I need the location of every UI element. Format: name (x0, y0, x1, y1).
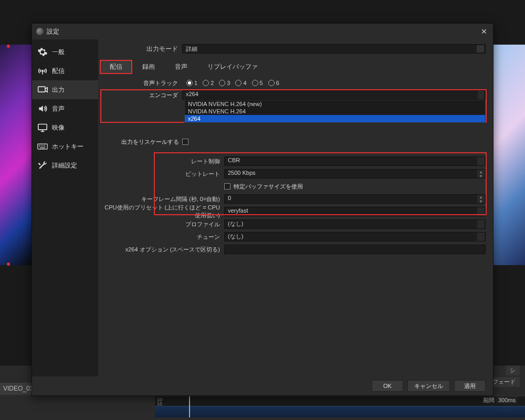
tune-label: チューン (100, 233, 224, 241)
sidebar-item-label: 出力 (52, 86, 65, 94)
cpu-preset-label: CPU使用のプリセット (上に行くほど = CPU使用低い) (100, 204, 224, 219)
sidebar-item-general[interactable]: 一般 (32, 43, 98, 61)
keyframe-label: キーフレーム間隔 (秒, 0=自動) (100, 195, 224, 203)
encoder-dropdown[interactable]: x264 (182, 90, 486, 100)
sidebar-item-label: 音声 (52, 104, 65, 113)
close-button[interactable]: ✕ (479, 27, 489, 36)
track-5-radio[interactable] (252, 80, 258, 86)
monitor-icon (37, 122, 48, 133)
profile-dropdown[interactable]: (なし) (224, 219, 486, 229)
gear-icon (37, 47, 48, 57)
encoder-settings-panel: レート制御 CBR ビットレート 2500 Kbps▲▼ 特定バッファサイズを使… (100, 153, 486, 258)
audio-tracks-label: 音声トラック (98, 79, 182, 87)
rescale-checkbox[interactable] (182, 139, 188, 145)
x264-options-label: x264 オプション (スペースで区切る) (100, 246, 224, 254)
encoder-option[interactable]: NVIDIA NVENC H.264 (new) (185, 100, 485, 108)
output-tabs: 配信 録画 音声 リプレイバッファ (98, 55, 493, 74)
sidebar-item-label: 配信 (52, 67, 65, 76)
output-icon (37, 85, 48, 95)
selection-handle[interactable] (7, 45, 10, 48)
ok-button[interactable]: OK (372, 380, 403, 392)
sidebar-item-audio[interactable]: 音声 (32, 99, 98, 118)
dialog-footer: OK キャンセル 適用 (32, 376, 493, 395)
sidebar-item-video[interactable]: 映像 (32, 118, 98, 137)
profile-label: プロファイル (100, 220, 224, 228)
dropdown-spin-icon (477, 220, 485, 228)
duration-display: 期間 300ms (483, 396, 518, 404)
sidebar-item-output[interactable]: 出力 (32, 80, 98, 99)
tab-audio[interactable]: 音声 (165, 60, 197, 74)
tools-icon (37, 160, 48, 171)
selection-handle[interactable] (7, 262, 10, 266)
timeline-ruler: 1015 (155, 396, 525, 406)
cancel-button[interactable]: キャンセル (407, 380, 450, 392)
encoder-option[interactable]: x264 (185, 115, 485, 122)
dialog-title: 設定 (47, 27, 479, 36)
rescale-label: 出力をリスケールする (98, 138, 182, 146)
preview-left (0, 45, 32, 265)
speaker-icon (37, 103, 48, 114)
custom-buffer-label: 特定バッファサイズを使用 (234, 183, 303, 191)
tab-streaming[interactable]: 配信 (100, 60, 132, 74)
rate-control-dropdown[interactable]: CBR (224, 156, 486, 166)
bitrate-field[interactable]: 2500 Kbps▲▼ (224, 169, 486, 178)
sidebar-item-label: 一般 (52, 48, 65, 57)
svg-rect-1 (38, 87, 45, 92)
content-pane: 出力モード 詳細 配信 録画 音声 リプレイバッファ 音声トラック 1 2 3 … (98, 39, 493, 376)
dropdown-spin-icon (477, 233, 485, 241)
spinner-icon[interactable]: ▲▼ (477, 170, 485, 178)
track-2-radio[interactable] (203, 80, 209, 86)
track-3-radio[interactable] (219, 80, 225, 86)
sidebar-item-advanced[interactable]: 詳細設定 (32, 156, 98, 175)
keyframe-field[interactable]: 0▲▼ (224, 194, 486, 204)
audio-tracks-row: 音声トラック 1 2 3 4 5 6 (98, 77, 493, 89)
playhead[interactable] (189, 396, 190, 417)
dropdown-spin-icon (478, 91, 484, 99)
preview-right (494, 45, 525, 265)
output-mode-dropdown[interactable]: 詳細 (182, 44, 486, 54)
tune-dropdown[interactable]: (なし) (224, 232, 486, 242)
keyboard-icon (37, 141, 48, 152)
spinner-icon[interactable]: ▲▼ (477, 195, 485, 203)
dropdown-spin-icon (477, 157, 485, 165)
custom-buffer-checkbox[interactable] (224, 183, 230, 190)
sidebar-item-label: ホットキー (52, 142, 83, 151)
sidebar-item-label: 詳細設定 (52, 161, 77, 170)
track-1-radio[interactable] (186, 80, 193, 86)
output-mode-value: 詳細 (186, 45, 197, 53)
sidebar: 一般 配信 出力 音声 映像 ホットキー (32, 39, 98, 376)
transition-label[interactable]: シ (506, 365, 520, 375)
bitrate-label: ビットレート (100, 170, 224, 178)
track-4-radio[interactable] (235, 80, 242, 86)
track-6-radio[interactable] (268, 80, 275, 86)
app-icon (36, 28, 44, 35)
rate-control-label: レート制御 (100, 158, 224, 165)
encoder-options-list: NVIDIA NVENC H.264 (new) NVIDIA NVENC H.… (184, 100, 486, 123)
tab-replay-buffer[interactable]: リプレイバッファ (198, 60, 267, 74)
broadcast-icon (37, 66, 48, 76)
dropdown-spin-icon (477, 45, 484, 52)
encoder-section: エンコーダ x264 NVIDIA NVENC H.264 (new) NVID… (100, 90, 486, 123)
timeline[interactable]: 1015 (155, 396, 525, 417)
cpu-preset-dropdown[interactable]: veryfast (224, 207, 486, 216)
encoder-label: エンコーダ (100, 91, 182, 99)
encoder-option[interactable]: NVIDIA NVENC H.264 (185, 108, 485, 115)
timeline-track[interactable] (155, 406, 525, 417)
sidebar-item-label: 映像 (52, 123, 65, 132)
tab-recording[interactable]: 録画 (133, 60, 164, 74)
x264-options-field[interactable] (224, 245, 486, 254)
settings-dialog: 設定 ✕ 一般 配信 出力 音声 映像 (32, 23, 494, 396)
apply-button[interactable]: 適用 (454, 380, 486, 392)
output-mode-label: 出力モード (98, 45, 182, 54)
sidebar-item-hotkeys[interactable]: ホットキー (32, 137, 98, 156)
encoder-value: x264 (186, 91, 198, 97)
dropdown-spin-icon (477, 207, 485, 216)
titlebar[interactable]: 設定 ✕ (32, 24, 493, 39)
sidebar-item-stream[interactable]: 配信 (32, 61, 98, 80)
svg-rect-2 (38, 124, 47, 130)
